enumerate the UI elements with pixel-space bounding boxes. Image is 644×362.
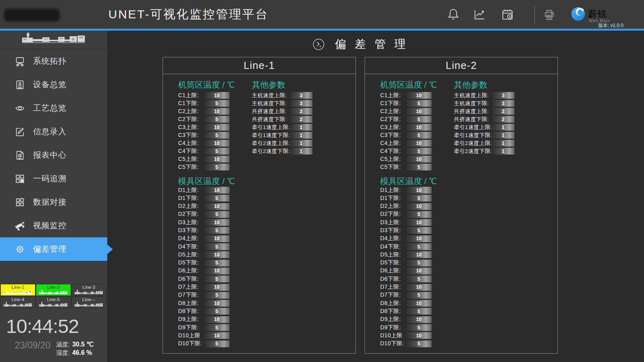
param-value-box[interactable]: 5: [204, 276, 230, 282]
param-label: D9下限:: [178, 324, 204, 331]
sidebar-item-device-overview[interactable]: 设备总览: [0, 73, 107, 96]
param-value-box[interactable]: 10: [406, 284, 432, 291]
param-value-box[interactable]: 5: [406, 132, 432, 139]
param-value-box[interactable]: 1: [290, 124, 312, 131]
param-value-box[interactable]: 10: [406, 140, 432, 147]
param-value-box[interactable]: 10: [204, 187, 230, 194]
param-value-box[interactable]: 3: [492, 100, 514, 107]
param-value-box[interactable]: 3: [290, 92, 312, 99]
param-value-box[interactable]: 10: [406, 235, 432, 242]
param-value-box[interactable]: 1: [492, 132, 514, 139]
line-thumbnail-6[interactable]: Line---: [71, 296, 106, 308]
param-value-box[interactable]: 5: [204, 260, 230, 266]
param-value-box[interactable]: 5: [204, 132, 230, 139]
sidebar-item-qr-trace[interactable]: 一码追溯: [0, 167, 107, 190]
param-label: D3上限:: [178, 219, 204, 226]
param-value-box[interactable]: 1: [492, 148, 514, 155]
param-value-box[interactable]: 5: [204, 292, 230, 299]
sidebar-item-topology[interactable]: 系统拓扑: [0, 49, 107, 73]
sidebar-item-video-monitor[interactable]: 视频监控: [0, 214, 107, 237]
line-thumbnail-1[interactable]: Line-1: [0, 284, 35, 296]
sidebar-item-process-overview[interactable]: 工艺总览: [0, 96, 107, 120]
param-value-box[interactable]: 10: [204, 316, 230, 323]
param-value-box[interactable]: 2: [290, 116, 312, 123]
param-value-box[interactable]: 5: [406, 276, 432, 282]
param-value-box[interactable]: 3: [290, 100, 312, 107]
line-thumbnail-4[interactable]: Line-4: [0, 296, 35, 308]
param-value-box[interactable]: 10: [204, 124, 230, 131]
param-value-box[interactable]: 10: [406, 268, 432, 274]
param-value-box[interactable]: 10: [406, 203, 432, 210]
line-thumbnail-5[interactable]: Line-5: [36, 296, 71, 308]
param-value-box[interactable]: 5: [406, 116, 432, 123]
line-thumbnail-3[interactable]: Line-3: [71, 284, 106, 296]
param-value-box[interactable]: 10: [204, 332, 230, 339]
param-value-box[interactable]: 5: [204, 340, 230, 347]
param-value-box[interactable]: 10: [406, 187, 432, 194]
param-value-box[interactable]: 5: [406, 292, 432, 299]
param-value-box[interactable]: 10: [406, 300, 432, 307]
param-value-box[interactable]: 10: [204, 284, 230, 291]
notifications-bell-icon[interactable]: [446, 8, 460, 22]
param-value-box[interactable]: 10: [204, 140, 230, 147]
sidebar-item-report-center[interactable]: 报表中心: [0, 143, 107, 167]
param-value-box[interactable]: 3: [492, 92, 514, 99]
param-value-box[interactable]: 10: [406, 108, 432, 115]
param-value-box[interactable]: 5: [204, 100, 230, 107]
param-value-box[interactable]: 5: [406, 148, 432, 155]
param-value-box[interactable]: 10: [204, 235, 230, 242]
param-value-box[interactable]: 10: [406, 316, 432, 323]
param-value-box[interactable]: 10: [406, 251, 432, 258]
param-value-box[interactable]: 10: [204, 92, 230, 99]
param-value-box[interactable]: 5: [406, 164, 432, 170]
calendar-schedule-icon[interactable]: [501, 8, 514, 22]
param-value-box[interactable]: 5: [406, 308, 432, 315]
param-value-box[interactable]: 5: [204, 148, 230, 155]
param-value-box[interactable]: 10: [204, 203, 230, 210]
param-value-box[interactable]: 5: [406, 211, 432, 218]
param-value-box[interactable]: 10: [204, 300, 230, 307]
param-value-box[interactable]: 10: [204, 156, 230, 162]
param-label: D8上限:: [380, 300, 406, 307]
printer-icon[interactable]: [542, 8, 557, 22]
param-value-box[interactable]: 2: [492, 108, 514, 115]
param-value-box[interactable]: 5: [406, 324, 432, 331]
param-value-box[interactable]: 1: [492, 140, 514, 147]
param-value-box[interactable]: 1: [290, 148, 312, 155]
param-value-box[interactable]: 5: [406, 243, 432, 250]
param-value-box[interactable]: 10: [204, 219, 230, 226]
param-value-box[interactable]: 5: [406, 227, 432, 234]
param-value-box[interactable]: 5: [406, 340, 432, 347]
param-value-box[interactable]: 2: [492, 116, 514, 123]
param-value-box[interactable]: 5: [204, 195, 230, 202]
param-value-box[interactable]: 5: [204, 116, 230, 123]
param-value-box[interactable]: 10: [204, 268, 230, 274]
param-value-box[interactable]: 10: [406, 156, 432, 162]
trend-chart-icon[interactable]: [473, 8, 487, 22]
param-value-box[interactable]: 10: [204, 251, 230, 258]
sidebar-item-data-entry[interactable]: 信息录入: [0, 120, 107, 143]
param-value-box[interactable]: 10: [406, 332, 432, 339]
sidebar-item-data-link[interactable]: 数据对接: [0, 190, 107, 214]
param-value-box[interactable]: 1: [290, 132, 312, 139]
param-value-box[interactable]: 5: [406, 195, 432, 202]
sidebar-item-gear[interactable]: 偏差管理: [0, 237, 107, 261]
param-value-box[interactable]: 5: [406, 260, 432, 266]
param-value-box[interactable]: 5: [204, 164, 230, 170]
param-value-box[interactable]: 10: [406, 219, 432, 226]
param-value-box[interactable]: 5: [204, 308, 230, 315]
param-value-box[interactable]: 10: [204, 108, 230, 115]
param-value-box[interactable]: 5: [204, 211, 230, 218]
param-value-box[interactable]: 1: [492, 124, 514, 131]
param-value-box[interactable]: 2: [290, 108, 312, 115]
param-row: D3上限:10: [380, 219, 437, 226]
param-value-box[interactable]: 5: [204, 324, 230, 331]
param-value-box[interactable]: 1: [290, 140, 312, 147]
param-value-box[interactable]: 5: [204, 243, 230, 250]
line-thumbnail-2[interactable]: Line-2: [36, 284, 71, 296]
param-label: 共挤速度下限:: [454, 116, 492, 123]
param-value-box[interactable]: 10: [406, 124, 432, 131]
param-value-box[interactable]: 5: [406, 100, 432, 107]
param-value-box[interactable]: 5: [204, 227, 230, 234]
param-value-box[interactable]: 10: [406, 92, 432, 99]
